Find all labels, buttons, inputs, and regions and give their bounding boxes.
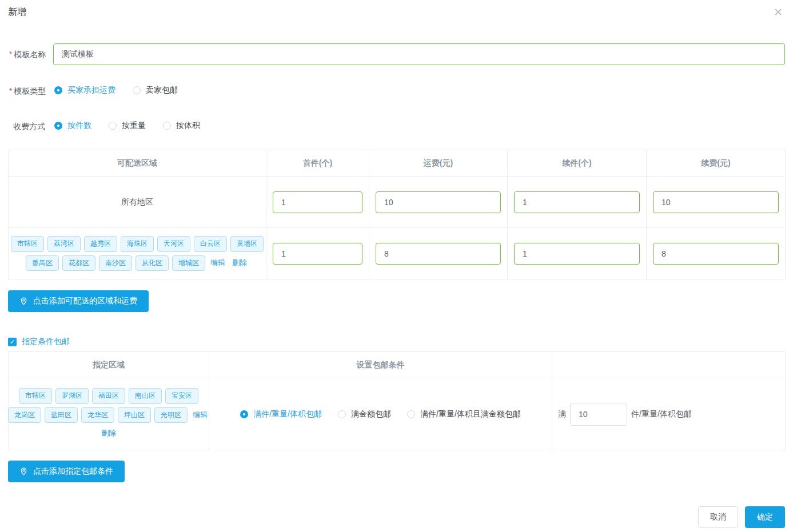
region-tag: 龙华区 — [81, 407, 114, 423]
area-cell: 所有地区 — [9, 177, 266, 228]
radio-unselected-icon — [133, 86, 141, 94]
next-fee-input[interactable] — [653, 243, 779, 265]
radio-by-volume[interactable]: 按体积 — [163, 121, 200, 131]
edit-link[interactable]: 编辑 — [210, 258, 225, 268]
radio-by-piece[interactable]: 按件数 — [54, 121, 91, 131]
designated-area-tags-cell: 市辖区 罗湖区 福田区 南山区 宝安区 龙岗区 盐田区 龙华区 坪山区 光明区 … — [9, 378, 209, 450]
radio-qty-and-amount-free[interactable]: 满件/重量/体积且满金额包邮 — [407, 409, 521, 419]
region-tag: 坪山区 — [118, 407, 151, 423]
radio-by-weight[interactable]: 按重量 — [109, 121, 146, 131]
region-tag: 光明区 — [154, 407, 188, 423]
threshold-cell: 满 件/重量/体积包邮 — [552, 378, 786, 450]
region-tag: 市辖区 — [19, 388, 52, 403]
charge-method-radio-group: 按件数 按重量 按体积 — [54, 121, 200, 131]
condition-options-cell: 满件/重量/体积包邮 满金额包邮 满件/重量/体积且满金额包邮 — [209, 378, 552, 450]
region-tag: 福田区 — [92, 388, 125, 403]
column-header: 运费(元) — [369, 150, 508, 177]
checkbox-checked-icon: ✓ — [8, 338, 17, 346]
column-header: 续费(元) — [647, 150, 786, 177]
region-tag: 白云区 — [194, 236, 227, 251]
charge-method-label: 收费方式 — [13, 122, 45, 132]
close-icon[interactable]: ✕ — [771, 5, 785, 20]
add-free-shipping-condition-button[interactable]: 点击添加指定包邮条件 — [8, 461, 125, 482]
region-tag: 罗湖区 — [55, 388, 89, 403]
column-header: 可配送区域 — [9, 150, 266, 177]
table-row: 市辖区 荔湾区 越秀区 海珠区 天河区 白云区 黄埔区 番禺区 花都区 南沙区 … — [9, 228, 786, 279]
radio-unselected-icon — [163, 122, 171, 130]
first-fee-input[interactable] — [376, 243, 501, 265]
region-tag: 荔湾区 — [47, 236, 81, 251]
condition-radio-group: 满件/重量/体积包邮 满金额包邮 满件/重量/体积且满金额包邮 — [209, 409, 552, 419]
radio-buyer-pays-shipping[interactable]: 买家承担运费 — [54, 85, 115, 95]
template-name-input[interactable] — [53, 43, 785, 65]
radio-seller-free-shipping[interactable]: 卖家包邮 — [133, 85, 178, 95]
column-header: 续件(个) — [508, 150, 647, 177]
location-pin-icon — [19, 467, 28, 476]
region-tag: 海珠区 — [121, 236, 154, 251]
region-tag: 从化区 — [136, 255, 169, 271]
required-asterisk: * — [9, 50, 12, 59]
template-type-label: *模板类型 — [9, 86, 46, 97]
table-row: 市辖区 罗湖区 福田区 南山区 宝安区 龙岗区 盐田区 龙华区 坪山区 光明区 … — [9, 378, 786, 450]
edit-link[interactable]: 编辑 — [193, 410, 208, 420]
radio-unselected-icon — [338, 410, 346, 418]
radio-selected-icon — [54, 86, 62, 94]
region-tag: 番禺区 — [26, 255, 59, 271]
template-name-label: *模板名称 — [9, 50, 46, 60]
threshold-input[interactable] — [570, 403, 627, 426]
first-qty-input[interactable] — [273, 191, 362, 213]
radio-selected-icon — [54, 122, 62, 130]
delete-link[interactable]: 删除 — [101, 428, 116, 438]
delete-link[interactable]: 删除 — [232, 258, 247, 268]
table-header-row: 可配送区域 首件(个) 运费(元) 续件(个) 续费(元) — [9, 150, 786, 177]
radio-amount-free[interactable]: 满金额包邮 — [338, 409, 391, 419]
region-tag: 市辖区 — [11, 236, 44, 251]
region-tag: 增城区 — [172, 255, 205, 271]
first-qty-input[interactable] — [273, 243, 362, 265]
threshold-suffix: 件/重量/体积包邮 — [631, 409, 692, 419]
column-header — [552, 352, 786, 378]
threshold-prefix: 满 — [558, 409, 566, 419]
conditional-free-shipping-checkbox[interactable]: ✓ 指定条件包邮 — [8, 337, 70, 347]
region-tag: 南沙区 — [99, 255, 132, 271]
required-asterisk: * — [9, 86, 12, 95]
add-delivery-area-button[interactable]: 点击添加可配送的区域和运费 — [8, 290, 149, 312]
radio-selected-icon — [240, 410, 248, 418]
region-tag: 南山区 — [129, 388, 162, 403]
free-shipping-condition-table: 指定区域 设置包邮条件 市辖区 罗湖区 福田区 南山区 宝安区 龙岗区 盐田区 … — [8, 351, 786, 450]
radio-unselected-icon — [109, 122, 117, 130]
page-title: 新增 — [8, 6, 26, 18]
region-tag: 盐田区 — [45, 407, 78, 423]
region-tag: 黄埔区 — [230, 236, 264, 251]
column-header: 首件(个) — [266, 150, 369, 177]
cancel-button[interactable]: 取消 — [698, 506, 738, 528]
location-pin-icon — [19, 297, 28, 306]
column-header: 指定区域 — [9, 352, 209, 378]
radio-qty-weight-volume-free[interactable]: 满件/重量/体积包邮 — [240, 409, 322, 419]
region-tag: 宝安区 — [165, 388, 198, 403]
area-tags-cell: 市辖区 荔湾区 越秀区 海珠区 天河区 白云区 黄埔区 番禺区 花都区 南沙区 … — [9, 228, 266, 279]
first-fee-input[interactable] — [376, 191, 501, 213]
region-tag: 越秀区 — [84, 236, 117, 251]
next-qty-input[interactable] — [514, 243, 640, 265]
confirm-button[interactable]: 确定 — [745, 506, 785, 528]
column-header: 设置包邮条件 — [209, 352, 552, 378]
shipping-fee-table: 可配送区域 首件(个) 运费(元) 续件(个) 续费(元) 所有地区 市辖区 荔… — [8, 150, 786, 279]
table-header-row: 指定区域 设置包邮条件 — [9, 352, 786, 378]
region-tag: 花都区 — [62, 255, 95, 271]
region-tag: 龙岗区 — [8, 407, 41, 423]
next-fee-input[interactable] — [653, 191, 779, 213]
template-type-radio-group: 买家承担运费 卖家包邮 — [54, 85, 178, 95]
table-row: 所有地区 — [9, 177, 786, 228]
region-tag: 天河区 — [157, 236, 190, 251]
next-qty-input[interactable] — [514, 191, 640, 213]
radio-unselected-icon — [407, 410, 415, 418]
